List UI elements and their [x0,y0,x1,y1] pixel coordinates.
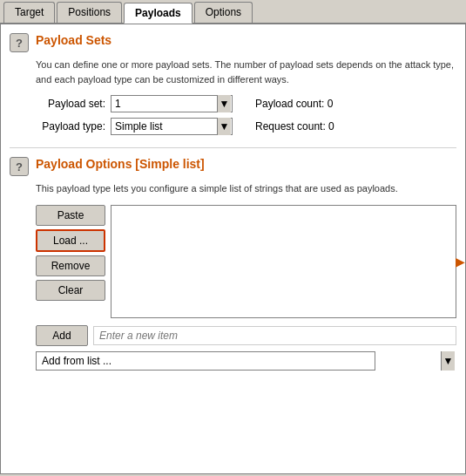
button-col: Paste Load ... Remove Clear [36,205,105,318]
payload-type-row: Payload type: Simple list Runtime file C… [36,118,456,135]
request-count-label: Request count: 0 [255,120,334,133]
tab-positions[interactable]: Positions [57,2,122,23]
tab-target[interactable]: Target [3,2,55,23]
payload-options-section: ? Payload Options [Simple list] This pay… [10,157,456,371]
payload-set-select[interactable]: 1 [111,95,233,112]
paste-button[interactable]: Paste [36,205,105,226]
tab-payloads[interactable]: Payloads [124,3,192,24]
payload-count-label: Payload count: 0 [255,98,333,110]
payload-list-area: Paste Load ... Remove Clear ▶ [36,205,456,318]
clear-button[interactable]: Clear [36,280,105,301]
payload-type-select-wrapper: Simple list Runtime file Custom iterator… [111,118,233,135]
add-row: Add [36,325,456,346]
tab-bar: Target Positions Payloads Options [0,0,466,24]
payload-sets-title: Payload Sets [36,33,111,47]
tab-options[interactable]: Options [194,2,253,23]
add-item-input[interactable] [93,326,456,345]
add-from-list-arrow-icon: ▼ [441,351,455,371]
payload-set-select-wrapper: 1 ▼ [111,95,233,112]
main-content: ? Payload Sets You can define one or mor… [0,24,466,474]
payload-set-label: Payload set: [36,98,105,110]
list-arrow-icon: ▶ [456,255,465,269]
load-button[interactable]: Load ... [36,229,105,252]
help-icon-payload-sets[interactable]: ? [10,33,29,52]
payload-options-description: This payload type lets you configure a s… [36,181,456,196]
add-from-list-wrapper: Add from list ... ▼ [36,351,456,371]
payload-type-label: Payload type: [36,120,105,133]
section-header-payload-options: ? Payload Options [Simple list] [10,157,456,176]
payload-set-row: Payload set: 1 ▼ Payload count: 0 [36,95,456,112]
section-divider [10,147,456,148]
payload-options-title: Payload Options [Simple list] [36,157,205,171]
section-header-payload-sets: ? Payload Sets [10,33,456,52]
payload-type-select[interactable]: Simple list Runtime file Custom iterator… [111,118,233,135]
add-from-list-select[interactable]: Add from list ... [36,351,375,371]
add-button[interactable]: Add [36,325,88,346]
remove-button[interactable]: Remove [36,255,105,276]
payload-sets-section: ? Payload Sets You can define one or mor… [10,33,456,135]
payload-list-box[interactable] [111,205,456,318]
help-icon-payload-options[interactable]: ? [10,157,29,176]
payload-sets-description: You can define one or more payload sets.… [36,58,456,86]
payload-options-area: Paste Load ... Remove Clear ▶ Add Add fr… [36,205,456,371]
